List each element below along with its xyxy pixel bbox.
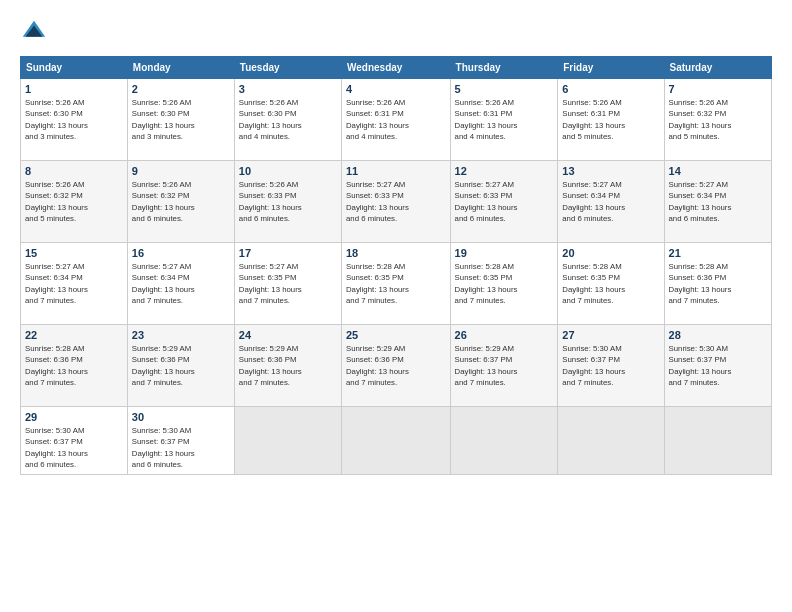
weekday-header: Wednesday [341, 57, 450, 79]
logo [20, 18, 52, 46]
day-number: 3 [239, 83, 337, 95]
weekday-header: Sunday [21, 57, 128, 79]
day-number: 29 [25, 411, 123, 423]
day-info: Sunrise: 5:29 AMSunset: 6:36 PMDaylight:… [346, 343, 446, 388]
day-number: 24 [239, 329, 337, 341]
calendar-day-cell: 20 Sunrise: 5:28 AMSunset: 6:35 PMDaylig… [558, 243, 664, 325]
day-info: Sunrise: 5:26 AMSunset: 6:32 PMDaylight:… [25, 179, 123, 224]
logo-icon [20, 18, 48, 46]
calendar-day-cell: 13 Sunrise: 5:27 AMSunset: 6:34 PMDaylig… [558, 161, 664, 243]
day-info: Sunrise: 5:30 AMSunset: 6:37 PMDaylight:… [669, 343, 767, 388]
calendar-day-cell: 19 Sunrise: 5:28 AMSunset: 6:35 PMDaylig… [450, 243, 558, 325]
calendar-week-row: 15 Sunrise: 5:27 AMSunset: 6:34 PMDaylig… [21, 243, 772, 325]
day-number: 5 [455, 83, 554, 95]
calendar-day-cell: 12 Sunrise: 5:27 AMSunset: 6:33 PMDaylig… [450, 161, 558, 243]
calendar-day-cell: 4 Sunrise: 5:26 AMSunset: 6:31 PMDayligh… [341, 79, 450, 161]
day-info: Sunrise: 5:27 AMSunset: 6:33 PMDaylight:… [346, 179, 446, 224]
day-info: Sunrise: 5:27 AMSunset: 6:34 PMDaylight:… [25, 261, 123, 306]
day-number: 8 [25, 165, 123, 177]
day-number: 28 [669, 329, 767, 341]
day-info: Sunrise: 5:28 AMSunset: 6:36 PMDaylight:… [669, 261, 767, 306]
day-info: Sunrise: 5:26 AMSunset: 6:30 PMDaylight:… [25, 97, 123, 142]
day-number: 21 [669, 247, 767, 259]
calendar-day-cell: 28 Sunrise: 5:30 AMSunset: 6:37 PMDaylig… [664, 325, 771, 407]
day-info: Sunrise: 5:26 AMSunset: 6:31 PMDaylight:… [562, 97, 659, 142]
day-info: Sunrise: 5:29 AMSunset: 6:36 PMDaylight:… [132, 343, 230, 388]
calendar-day-cell: 26 Sunrise: 5:29 AMSunset: 6:37 PMDaylig… [450, 325, 558, 407]
day-number: 16 [132, 247, 230, 259]
day-number: 13 [562, 165, 659, 177]
weekday-header: Saturday [664, 57, 771, 79]
day-info: Sunrise: 5:27 AMSunset: 6:34 PMDaylight:… [132, 261, 230, 306]
day-number: 7 [669, 83, 767, 95]
calendar-day-cell: 25 Sunrise: 5:29 AMSunset: 6:36 PMDaylig… [341, 325, 450, 407]
calendar-day-cell: 8 Sunrise: 5:26 AMSunset: 6:32 PMDayligh… [21, 161, 128, 243]
day-number: 9 [132, 165, 230, 177]
day-info: Sunrise: 5:30 AMSunset: 6:37 PMDaylight:… [132, 425, 230, 470]
weekday-header: Friday [558, 57, 664, 79]
day-info: Sunrise: 5:28 AMSunset: 6:36 PMDaylight:… [25, 343, 123, 388]
calendar-day-cell: 15 Sunrise: 5:27 AMSunset: 6:34 PMDaylig… [21, 243, 128, 325]
calendar-day-cell [664, 407, 771, 475]
calendar-day-cell: 17 Sunrise: 5:27 AMSunset: 6:35 PMDaylig… [234, 243, 341, 325]
day-info: Sunrise: 5:28 AMSunset: 6:35 PMDaylight:… [455, 261, 554, 306]
calendar-week-row: 29 Sunrise: 5:30 AMSunset: 6:37 PMDaylig… [21, 407, 772, 475]
day-info: Sunrise: 5:26 AMSunset: 6:30 PMDaylight:… [132, 97, 230, 142]
weekday-header: Monday [127, 57, 234, 79]
calendar-day-cell: 29 Sunrise: 5:30 AMSunset: 6:37 PMDaylig… [21, 407, 128, 475]
calendar-day-cell: 11 Sunrise: 5:27 AMSunset: 6:33 PMDaylig… [341, 161, 450, 243]
day-info: Sunrise: 5:30 AMSunset: 6:37 PMDaylight:… [562, 343, 659, 388]
weekday-header: Thursday [450, 57, 558, 79]
day-info: Sunrise: 5:27 AMSunset: 6:34 PMDaylight:… [562, 179, 659, 224]
day-number: 23 [132, 329, 230, 341]
calendar-week-row: 1 Sunrise: 5:26 AMSunset: 6:30 PMDayligh… [21, 79, 772, 161]
day-info: Sunrise: 5:26 AMSunset: 6:33 PMDaylight:… [239, 179, 337, 224]
calendar-day-cell: 9 Sunrise: 5:26 AMSunset: 6:32 PMDayligh… [127, 161, 234, 243]
day-info: Sunrise: 5:26 AMSunset: 6:31 PMDaylight:… [346, 97, 446, 142]
day-info: Sunrise: 5:26 AMSunset: 6:32 PMDaylight:… [669, 97, 767, 142]
day-info: Sunrise: 5:26 AMSunset: 6:30 PMDaylight:… [239, 97, 337, 142]
day-info: Sunrise: 5:27 AMSunset: 6:34 PMDaylight:… [669, 179, 767, 224]
calendar-day-cell [234, 407, 341, 475]
day-number: 1 [25, 83, 123, 95]
calendar-header-row: SundayMondayTuesdayWednesdayThursdayFrid… [21, 57, 772, 79]
calendar-day-cell [558, 407, 664, 475]
day-number: 2 [132, 83, 230, 95]
calendar-day-cell: 1 Sunrise: 5:26 AMSunset: 6:30 PMDayligh… [21, 79, 128, 161]
day-number: 11 [346, 165, 446, 177]
calendar-day-cell: 21 Sunrise: 5:28 AMSunset: 6:36 PMDaylig… [664, 243, 771, 325]
calendar-day-cell: 18 Sunrise: 5:28 AMSunset: 6:35 PMDaylig… [341, 243, 450, 325]
calendar-day-cell: 22 Sunrise: 5:28 AMSunset: 6:36 PMDaylig… [21, 325, 128, 407]
calendar-day-cell: 2 Sunrise: 5:26 AMSunset: 6:30 PMDayligh… [127, 79, 234, 161]
day-number: 6 [562, 83, 659, 95]
calendar-day-cell [341, 407, 450, 475]
calendar-week-row: 8 Sunrise: 5:26 AMSunset: 6:32 PMDayligh… [21, 161, 772, 243]
weekday-header: Tuesday [234, 57, 341, 79]
day-number: 10 [239, 165, 337, 177]
day-number: 30 [132, 411, 230, 423]
day-info: Sunrise: 5:28 AMSunset: 6:35 PMDaylight:… [346, 261, 446, 306]
calendar-day-cell: 6 Sunrise: 5:26 AMSunset: 6:31 PMDayligh… [558, 79, 664, 161]
day-number: 22 [25, 329, 123, 341]
calendar-day-cell: 7 Sunrise: 5:26 AMSunset: 6:32 PMDayligh… [664, 79, 771, 161]
calendar: SundayMondayTuesdayWednesdayThursdayFrid… [20, 56, 772, 475]
day-number: 26 [455, 329, 554, 341]
day-number: 27 [562, 329, 659, 341]
calendar-day-cell [450, 407, 558, 475]
day-number: 15 [25, 247, 123, 259]
calendar-day-cell: 30 Sunrise: 5:30 AMSunset: 6:37 PMDaylig… [127, 407, 234, 475]
calendar-day-cell: 23 Sunrise: 5:29 AMSunset: 6:36 PMDaylig… [127, 325, 234, 407]
day-info: Sunrise: 5:27 AMSunset: 6:33 PMDaylight:… [455, 179, 554, 224]
day-number: 17 [239, 247, 337, 259]
page: SundayMondayTuesdayWednesdayThursdayFrid… [0, 0, 792, 612]
day-number: 20 [562, 247, 659, 259]
calendar-day-cell: 27 Sunrise: 5:30 AMSunset: 6:37 PMDaylig… [558, 325, 664, 407]
calendar-day-cell: 3 Sunrise: 5:26 AMSunset: 6:30 PMDayligh… [234, 79, 341, 161]
day-info: Sunrise: 5:28 AMSunset: 6:35 PMDaylight:… [562, 261, 659, 306]
calendar-day-cell: 5 Sunrise: 5:26 AMSunset: 6:31 PMDayligh… [450, 79, 558, 161]
day-info: Sunrise: 5:26 AMSunset: 6:31 PMDaylight:… [455, 97, 554, 142]
calendar-day-cell: 10 Sunrise: 5:26 AMSunset: 6:33 PMDaylig… [234, 161, 341, 243]
day-number: 25 [346, 329, 446, 341]
day-info: Sunrise: 5:27 AMSunset: 6:35 PMDaylight:… [239, 261, 337, 306]
calendar-week-row: 22 Sunrise: 5:28 AMSunset: 6:36 PMDaylig… [21, 325, 772, 407]
